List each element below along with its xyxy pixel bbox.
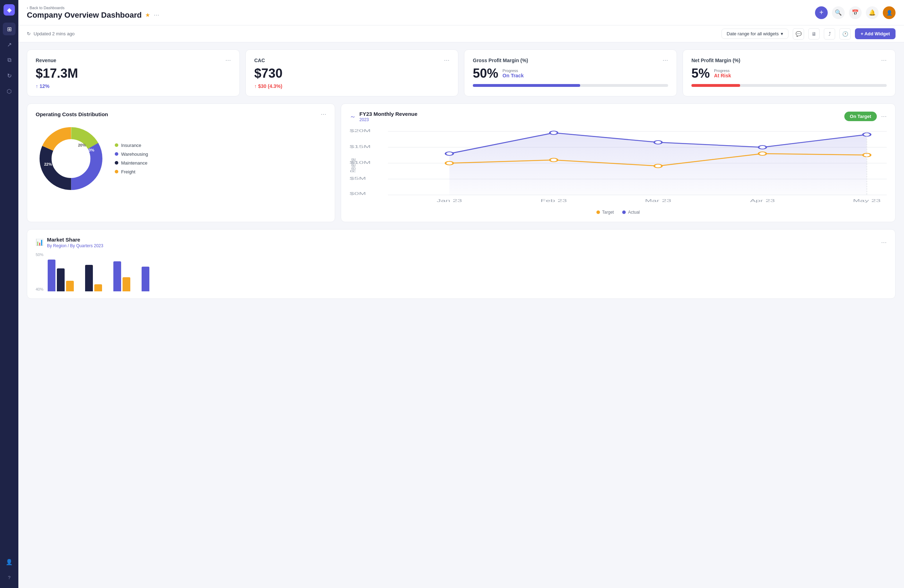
comment-icon-button[interactable]: 💬: [793, 28, 804, 40]
bar-1-navy: [57, 269, 65, 291]
operating-costs-more-icon[interactable]: ⋯: [321, 111, 326, 118]
legend-target: Target: [596, 210, 614, 215]
bar-group-4: [142, 267, 149, 291]
net-profit-title: Net Profit Margin (%): [691, 58, 740, 63]
bar-group-1: [48, 259, 74, 291]
kpi-card-revenue: Revenue ⋯ $17.3M ↑ 12%: [27, 49, 240, 96]
market-header: 📊 Market Share By Region / By Quarters 2…: [36, 237, 887, 248]
svg-point-29: [759, 152, 766, 155]
maintenance-dot: [115, 161, 118, 164]
date-range-label: Date range for all widgets: [727, 31, 779, 36]
gross-profit-progress-bar: [473, 84, 668, 87]
back-link[interactable]: ‹ Back to Dashboards: [27, 6, 159, 10]
gross-profit-status: On Track: [503, 73, 524, 78]
market-share-more-icon[interactable]: ⋯: [881, 239, 887, 246]
donut-chart: 20% 40% 38% 22%: [36, 123, 106, 194]
sidebar-item-network[interactable]: ⬡: [3, 85, 16, 98]
operating-costs-card: Operating Costs Distribution ⋯: [27, 103, 335, 222]
svg-point-26: [445, 161, 453, 165]
bar-groups: [48, 259, 887, 291]
line-chart-title: FY23 Monthly Revenue: [359, 111, 417, 117]
net-profit-more-icon[interactable]: ⋯: [881, 57, 887, 63]
more-menu-icon[interactable]: ⋯: [153, 12, 159, 18]
search-button[interactable]: 🔍: [832, 6, 845, 19]
cac-value: $730: [254, 66, 449, 81]
svg-text:Revenue: Revenue: [349, 158, 357, 172]
sidebar-item-refresh[interactable]: ↻: [3, 69, 16, 82]
freight-label: Freight: [121, 169, 135, 174]
present-icon-button[interactable]: 🖥: [808, 28, 820, 40]
kpi-card-net-profit: Net Profit Margin (%) ⋯ 5% Progress At R…: [683, 49, 896, 96]
header-title-row: Company Overview Dashboard ★ ⋯: [27, 11, 159, 20]
sidebar-item-trends[interactable]: ↗: [3, 38, 16, 51]
svg-text:Jan 23: Jan 23: [436, 199, 462, 203]
avatar[interactable]: 👤: [883, 6, 896, 19]
market-y-axis: 50% 40%: [36, 253, 45, 291]
bar-group-3: [113, 261, 130, 291]
notification-button[interactable]: 🔔: [866, 6, 879, 19]
monthly-revenue-card: ～ FY23 Monthly Revenue 2023 On Target ⋯: [341, 103, 896, 222]
kpi-card-gross-profit: Gross Profit Margin (%) ⋯ 50% Progress O…: [464, 49, 677, 96]
add-button[interactable]: +: [815, 6, 828, 19]
freight-dot: [115, 170, 118, 173]
sidebar-item-dashboard[interactable]: ⊞: [3, 23, 16, 35]
market-share-card: 📊 Market Share By Region / By Quarters 2…: [27, 229, 896, 299]
net-profit-status: At Risk: [714, 73, 731, 78]
net-profit-bar-fill: [691, 84, 740, 87]
kpi-card-cac: CAC ⋯ $730 ↑ $30 (4.3%): [245, 49, 458, 96]
calendar-button[interactable]: 📅: [849, 6, 861, 19]
line-chart-container: $20M $15M $10M $5M $0M Revenue: [349, 128, 887, 205]
svg-text:Feb 23: Feb 23: [541, 199, 567, 203]
actual-label: Actual: [628, 210, 640, 215]
sidebar-item-user[interactable]: 👤: [3, 555, 16, 568]
gross-profit-more-icon[interactable]: ⋯: [662, 57, 668, 63]
bar-2-navy: [85, 265, 93, 291]
net-profit-progress-bar: [691, 84, 887, 87]
svg-text:Apr 23: Apr 23: [750, 199, 775, 203]
cac-change: ↑ $30 (4.3%): [254, 83, 449, 89]
legend-warehousing: Warehousing: [115, 152, 148, 157]
warehousing-label: Warehousing: [121, 152, 148, 157]
main-area: ‹ Back to Dashboards Company Overview Da…: [18, 0, 904, 588]
svg-point-27: [550, 158, 558, 162]
gross-profit-bar-fill: [473, 84, 580, 87]
star-icon[interactable]: ★: [145, 12, 150, 18]
market-bar-chart: 50% 40%: [36, 253, 887, 291]
date-range-button[interactable]: Date range for all widgets ▾: [721, 28, 789, 39]
svg-text:$15M: $15M: [349, 144, 371, 149]
actual-dot: [622, 210, 626, 214]
updated-text: Updated 2 mins ago: [33, 31, 74, 36]
revenue-more-icon[interactable]: ⋯: [225, 57, 231, 63]
svg-point-21: [445, 152, 453, 155]
y-label-40: 40%: [36, 287, 43, 291]
bar-4-purple: [142, 267, 149, 291]
page-title: Company Overview Dashboard: [27, 11, 142, 20]
cac-up-icon: ↑: [254, 83, 257, 89]
bar-3-purple: [113, 261, 121, 291]
sidebar: ◈ ⊞ ↗ ⧉ ↻ ⬡ 👤 ?: [0, 0, 18, 588]
history-icon-button[interactable]: 🕐: [839, 28, 851, 40]
sidebar-item-layers[interactable]: ⧉: [3, 54, 16, 66]
bar-chart-icon: 📊: [36, 239, 43, 246]
sidebar-item-help[interactable]: ?: [3, 571, 16, 584]
content-area: Revenue ⋯ $17.3M ↑ 12% CAC ⋯ $730 ↑ $3: [18, 43, 904, 588]
line-chart-more-icon[interactable]: ⋯: [881, 113, 887, 120]
revenue-change-value: 12%: [40, 83, 49, 89]
operating-costs-title: Operating Costs Distribution: [36, 111, 108, 117]
revenue-change: ↑ 12%: [36, 83, 231, 89]
share-icon-button[interactable]: ⤴: [824, 28, 835, 40]
toolbar-left: ↻ Updated 2 mins ago: [27, 31, 74, 36]
market-share-subtitle: By Region / By Quarters 2023: [47, 243, 103, 248]
market-title-group: 📊 Market Share By Region / By Quarters 2…: [36, 237, 103, 248]
cac-change-value: $30 (4.3%): [258, 83, 282, 89]
revenue-title: Revenue: [36, 58, 56, 63]
add-widget-button[interactable]: + Add Widget: [855, 28, 896, 39]
gross-profit-value: 50%: [473, 66, 498, 81]
sidebar-logo[interactable]: ◈: [3, 4, 15, 16]
donut-legend: Insurance Warehousing Maintenance F: [115, 143, 148, 174]
header: ‹ Back to Dashboards Company Overview Da…: [18, 0, 904, 25]
header-left: ‹ Back to Dashboards Company Overview Da…: [27, 6, 159, 20]
bar-3-orange: [123, 277, 130, 291]
svg-text:$20M: $20M: [349, 128, 371, 133]
cac-more-icon[interactable]: ⋯: [444, 57, 449, 63]
